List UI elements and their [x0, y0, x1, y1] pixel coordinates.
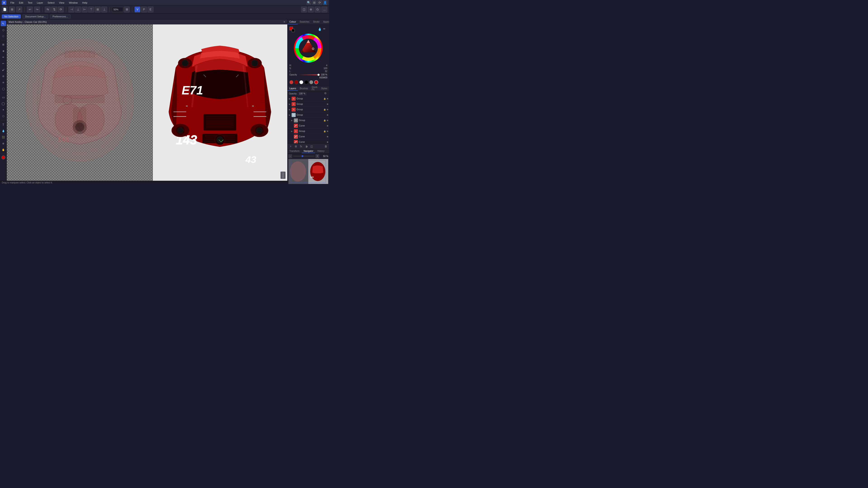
layer-item-curve2[interactable]: Curve — [287, 134, 329, 139]
ellipse-tool[interactable]: ◯ — [1, 101, 6, 106]
align-right-btn[interactable]: ⊢ — [82, 6, 88, 12]
undo-btn[interactable]: ↩ — [27, 6, 33, 12]
export-btn[interactable]: ↗ — [16, 6, 22, 12]
tab-layers[interactable]: Layers — [287, 87, 298, 91]
zoom-input[interactable] — [112, 7, 123, 12]
layer-item-curve1[interactable]: Curve — [287, 123, 329, 129]
boolean-btn[interactable]: ⊕ — [308, 6, 314, 12]
layer-item-group3[interactable]: ▶ G Group 🔒 — [287, 107, 329, 112]
layers-opacity-input[interactable] — [298, 92, 306, 95]
export-mode-btn[interactable]: E — [148, 6, 153, 12]
layer-expand-3[interactable]: ▶ — [288, 108, 291, 111]
crop-tool[interactable]: ⊠ — [1, 42, 6, 47]
tab-colour[interactable]: Colour — [287, 20, 298, 24]
fill-tool[interactable]: ◈ — [1, 48, 6, 54]
tab-history[interactable]: History — [315, 149, 326, 153]
swatch-white[interactable] — [299, 80, 303, 84]
nav-zoom-slider[interactable] — [293, 156, 315, 157]
swatch-current[interactable] — [314, 80, 318, 84]
hand-tool[interactable]: ✋ — [1, 147, 6, 153]
fill-paint-tool[interactable]: ⬛ — [1, 134, 6, 140]
layer-lock-5[interactable]: 🔒 — [323, 119, 326, 122]
nav-zoom-plus-btn[interactable]: + — [315, 154, 319, 158]
layer-expand-2[interactable]: ▶ — [288, 103, 291, 105]
flip-h-btn[interactable]: ⇆ — [45, 6, 51, 12]
shape-tool[interactable]: ⬡ — [1, 113, 6, 119]
layer-lock-3[interactable]: 🔒 — [323, 108, 326, 111]
layer-lock-6[interactable]: 🔒 — [323, 130, 326, 133]
star-tool[interactable]: ✦ — [1, 107, 6, 112]
vector-mode-btn[interactable]: V — [134, 6, 141, 12]
no-selection-btn[interactable]: No Selection — [2, 14, 21, 19]
move-tool[interactable]: ↖ — [1, 21, 6, 26]
layers-settings-btn[interactable]: ⚙ — [324, 92, 328, 95]
user-btn[interactable]: 👤 — [323, 0, 327, 5]
align-center-btn[interactable]: ⊥ — [75, 6, 81, 12]
sync-btn[interactable]: ⟳ — [317, 0, 322, 5]
align-top-btn[interactable]: ⊤ — [88, 6, 94, 12]
layer-item-group6[interactable]: ▶ G Group 🔒 — [287, 129, 329, 134]
transform-tool[interactable]: ⬡ — [1, 33, 6, 39]
menu-view[interactable]: View — [57, 1, 66, 4]
eyedrop-tool[interactable]: 💧 — [1, 128, 6, 133]
layer-item-curve3[interactable]: Curve — [287, 139, 329, 143]
layer-item-group1[interactable]: ▶ G Group 🔒 — [287, 96, 329, 101]
tab-appearance[interactable]: Appearance — [321, 20, 329, 24]
layer-item-group2[interactable]: ▶ G Group — [287, 101, 329, 107]
align-middle-btn[interactable]: ⊞ — [95, 6, 101, 12]
swatch-red[interactable] — [289, 80, 293, 84]
fg-color-swatch[interactable] — [1, 156, 5, 160]
new-doc-btn[interactable]: 📄 — [2, 6, 8, 12]
navigator-preview[interactable]: 143 — [288, 159, 328, 184]
menu-select[interactable]: Select — [46, 1, 56, 4]
align-bottom-btn[interactable]: ⊥ — [101, 6, 107, 12]
flip-v-btn[interactable]: ⇅ — [51, 6, 57, 12]
tab-styles[interactable]: Styles — [319, 87, 329, 91]
grid-btn[interactable]: ⊞ — [124, 6, 130, 12]
layer-expand-5[interactable]: ▶ — [291, 119, 293, 122]
layer-item-group5[interactable]: ▶ G Group 🔒 — [287, 118, 329, 123]
menu-window[interactable]: Window — [67, 1, 80, 4]
smudge-tool[interactable]: ≋ — [1, 80, 6, 85]
tab-transform[interactable]: Transform — [287, 149, 301, 153]
layer-expand-1[interactable]: ▶ — [288, 98, 291, 100]
layer-expand-6[interactable]: ▶ — [291, 130, 293, 132]
tab-swatches[interactable]: Swatches — [298, 20, 311, 24]
fg-bg-swatches[interactable] — [289, 27, 295, 32]
brush-tool[interactable]: 🖌 — [1, 67, 6, 72]
arrange-btn[interactable]: ⊞ — [9, 6, 15, 12]
add-adjust-btn[interactable]: ◑ — [304, 144, 309, 149]
add-layer-btn[interactable]: + — [288, 144, 293, 149]
add-group-btn[interactable]: ⊞ — [293, 144, 298, 149]
erase-tool[interactable]: ⊘ — [1, 73, 6, 79]
menu-layer[interactable]: Layer — [35, 1, 45, 4]
rect-tool[interactable]: ▭ — [1, 94, 6, 100]
swatch-gray[interactable] — [309, 80, 313, 84]
align-left-btn[interactable]: ⊣ — [68, 6, 74, 12]
delete-layer-btn[interactable]: 🗑 — [324, 144, 328, 149]
tab-stroke[interactable]: Stroke — [311, 20, 321, 24]
mask-btn[interactable]: ◫ — [301, 6, 307, 12]
node-tool[interactable]: ◇ — [1, 27, 6, 33]
search-btn[interactable]: 🔍 — [307, 0, 311, 5]
preferences-btn[interactable]: Preferences... — [50, 14, 70, 19]
menu-text[interactable]: Text — [26, 1, 34, 4]
mask-layer-btn[interactable]: ◫ — [309, 144, 314, 149]
zoom-tool[interactable]: ⊕ — [1, 141, 6, 146]
menu-edit[interactable]: Edit — [17, 1, 25, 4]
color-wheel[interactable] — [293, 33, 323, 63]
close-canvas-btn[interactable]: ✕ — [283, 20, 285, 24]
layer-item-group4[interactable]: ▶ G Group — [287, 112, 329, 118]
studio-btn[interactable]: ⊞ — [312, 0, 316, 5]
menu-help[interactable]: Help — [81, 1, 89, 4]
add-fx-btn[interactable]: fx — [299, 144, 303, 149]
rotate-btn[interactable]: ⟳ — [58, 6, 64, 12]
swatch-black[interactable] — [304, 80, 308, 84]
document-setup-btn[interactable]: Document Setup... — [23, 14, 48, 19]
tab-brushes[interactable]: Brushes — [298, 87, 310, 91]
pixel-mode-btn[interactable]: P — [141, 6, 147, 12]
pencil-tool[interactable]: ✏ — [1, 61, 6, 66]
menu-file[interactable]: File — [8, 1, 16, 4]
color-picker-icon[interactable]: ✏ — [323, 27, 327, 31]
opacity-slider[interactable] — [298, 74, 320, 75]
